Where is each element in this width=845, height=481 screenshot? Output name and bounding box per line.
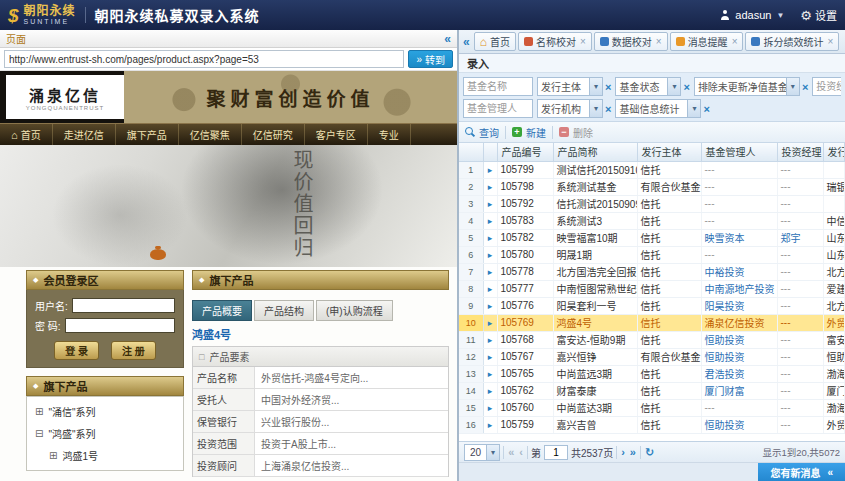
row-link-icon[interactable]: ▸ [488,250,493,260]
workspace-tab[interactable]: 消息提醒× [670,32,744,51]
site-nav-item-6[interactable]: 客户专区 [305,124,368,145]
fund-row[interactable]: 1▸105799测试信托20150910信托------ [459,161,845,178]
fund-manager[interactable]: 恒助投资 [701,348,777,365]
row-link-icon[interactable]: ▸ [488,233,493,243]
site-nav-item-1[interactable]: ⌂首页 [0,124,53,145]
filter-combo-base-info-stats[interactable]: 基础信息统计▾× [615,99,709,118]
row-link-icon[interactable]: ▸ [488,165,493,175]
site-username-input[interactable] [72,298,175,313]
clear-filter-icon[interactable]: × [605,81,611,93]
fund-row[interactable]: 8▸105777中南恒图常熟世纪璃城信托中南源地产投资---爱建 [459,280,845,297]
clear-filter-icon[interactable]: × [703,103,709,115]
site-nav-item-3[interactable]: 旗下产品 [116,124,179,145]
row-link-icon[interactable]: ▸ [488,386,493,396]
workspace-tab[interactable]: ⌂首页 [474,32,516,51]
col-header-1[interactable]: 产品编号 [497,143,553,161]
site-nav-item-7[interactable]: 专业 [368,124,411,145]
reload-icon[interactable]: ↻ [644,446,655,459]
last-page-icon[interactable]: » [629,446,637,458]
fund-row[interactable]: 6▸105780明晟1期信托------山东 [459,246,845,263]
clear-filter-icon[interactable]: × [683,81,689,93]
site-nav-item-5[interactable]: 亿信研究 [242,124,305,145]
row-link-icon[interactable]: ▸ [488,335,493,345]
clear-filter-icon[interactable]: × [605,103,611,115]
row-link-icon[interactable]: ▸ [488,403,493,413]
row-link-icon[interactable]: ▸ [488,369,493,379]
dropdown-arrow-icon[interactable]: ▾ [786,78,799,95]
filter-combo-issuer-type[interactable]: 发行主体▾× [537,77,611,96]
row-link-icon[interactable]: ▸ [488,284,493,294]
col-header-6[interactable]: 发行 [823,143,845,161]
close-icon[interactable]: × [656,36,662,47]
fund-row[interactable]: 15▸105760中尚蓝达3期信托------渤海 [459,399,845,416]
filter-combo-exclude-stale-nav[interactable]: 排除未更新净值基金▾× [694,77,808,96]
fund-manager[interactable]: 恒助投资 [701,416,777,433]
close-icon[interactable]: × [580,36,586,47]
page-size-select[interactable]: 20 ▾ [464,444,500,461]
delete-button[interactable]: − 删除 [559,125,593,140]
fund-row[interactable]: 2▸105798系统测试基金有限合伙基金------瑞银 [459,178,845,195]
login-button[interactable]: 登 录 [54,341,99,360]
fund-row[interactable]: 7▸105778北方国浩完全回报信托中裕投资---北方 [459,263,845,280]
site-nav-item-2[interactable]: 走进亿信 [53,124,116,145]
fund-row[interactable]: 12▸105767嘉兴恒铮有限合伙基金恒助投资---恒助 [459,348,845,365]
fund-manager[interactable]: 阳昊投资 [701,297,777,314]
site-password-input[interactable] [65,318,175,333]
tree-collapse-icon[interactable]: ⊟ [35,428,43,439]
dropdown-arrow-icon[interactable]: ▾ [667,78,680,95]
col-header-3[interactable]: 发行主体 [637,143,701,161]
tree-expand-icon[interactable]: ⊞ [49,450,57,461]
filter-input-invest-manager[interactable] [812,77,841,96]
dropdown-arrow-icon[interactable]: ▾ [687,100,700,117]
row-link-icon[interactable]: ▸ [488,318,493,328]
workspace-tab[interactable]: 数据校对× [594,32,668,51]
register-button[interactable]: 注 册 [111,341,156,360]
url-input[interactable] [4,50,404,68]
product-tab-3[interactable]: (申)认购流程 [316,300,393,321]
prev-page-icon[interactable]: ‹ [518,446,524,458]
tree-expand-icon[interactable]: ⊞ [35,406,43,417]
tree-item[interactable]: ⊞鸿盛1号 [35,448,175,463]
collapse-panel-icon[interactable]: « [463,35,470,49]
col-header-5[interactable]: 投资经理 [777,143,823,161]
fund-row[interactable]: 5▸105782映雪福富10期信托映雪资本郑宇山东 [459,229,845,246]
filter-input-fund-name[interactable] [463,77,533,96]
filter-combo-fund-status[interactable]: 基金状态▾× [615,77,689,96]
collapse-left-icon[interactable]: « [444,33,451,45]
fund-manager[interactable]: 涌泉亿信投资 [701,314,777,331]
filter-combo-issue-org[interactable]: 发行机构▾× [537,99,611,118]
site-logo[interactable]: 涌泉亿信 YONGQUANENTRUST [6,75,124,119]
fund-row[interactable]: 3▸105792信托测试20150909信托------ [459,195,845,212]
workspace-tab[interactable]: 名称校对× [518,32,592,51]
site-nav-item-4[interactable]: 亿信聚焦 [179,124,242,145]
tree-item[interactable]: ⊞"涌信"系列 [35,404,175,419]
col-header-4[interactable]: 基金管理人 [701,143,777,161]
dropdown-arrow-icon[interactable]: ▾ [589,78,602,95]
row-link-icon[interactable]: ▸ [488,301,493,311]
fund-manager[interactable]: 君浩投资 [701,365,777,382]
fund-row[interactable]: 11▸105768富安达-恒助9期信托恒助投资---富安 [459,331,845,348]
row-link-icon[interactable]: ▸ [488,420,493,430]
create-button[interactable]: + 新建 [512,125,546,140]
fund-row[interactable]: 9▸105776阳昊套利一号信托阳昊投资---北方 [459,297,845,314]
close-icon[interactable]: × [827,36,833,47]
first-page-icon[interactable]: « [507,446,515,458]
fund-row[interactable]: 10▸105769鸿盛4号信托涌泉亿信投资---外贸 [459,314,845,331]
row-link-icon[interactable]: ▸ [488,216,493,226]
page-number-input[interactable] [544,445,568,460]
row-link-icon[interactable]: ▸ [488,267,493,277]
product-tab-1[interactable]: 产品概要 [192,300,252,321]
go-button[interactable]: » 转到 [408,50,453,68]
fund-row[interactable]: 4▸105783系统测试3信托------中信 [459,212,845,229]
fund-manager[interactable]: 恒助投资 [701,331,777,348]
fund-manager[interactable]: 映雪资本 [701,229,777,246]
tree-item[interactable]: ⊟"鸿盛"系列 [35,426,175,441]
row-link-icon[interactable]: ▸ [488,352,493,362]
user-menu[interactable]: adasun ▼ [720,9,784,21]
clear-filter-icon[interactable]: × [802,81,808,93]
row-link-icon[interactable]: ▸ [488,182,493,192]
dropdown-arrow-icon[interactable]: ▾ [589,100,602,117]
close-icon[interactable]: × [732,36,738,47]
next-page-icon[interactable]: › [620,446,626,458]
fund-row[interactable]: 13▸105765中尚蓝远3期信托君浩投资---渤海 [459,365,845,382]
